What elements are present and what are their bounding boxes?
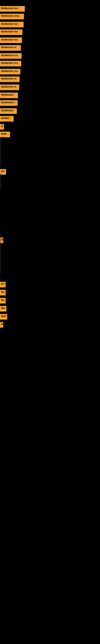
btn-16[interactable]: B [0,124,4,130]
btn-18[interactable]: Bo [0,169,6,175]
site-title [0,0,100,3]
btn-13[interactable]: Bottleneck r [0,100,18,106]
btn-9[interactable]: Bottleneck res [0,69,20,74]
btn-4[interactable]: Bottleneck res [0,30,22,35]
line-1 [0,137,1,165]
btn-14[interactable]: Bottleneck [0,108,17,114]
btn-8[interactable]: Bottleneck res [0,61,21,66]
btn-23[interactable]: Bot [0,306,6,312]
btn-1[interactable]: Bottleneck res [0,6,25,12]
btn-12[interactable]: Bottleneck [0,92,18,98]
btn-25[interactable]: B [0,322,3,328]
btn-11[interactable]: Bottleneck re [0,84,19,90]
btn-7[interactable]: Bottleneck res [0,53,22,59]
btn-22[interactable]: Bo [0,298,6,304]
btn-17[interactable]: Bottl [0,132,10,137]
btn-21[interactable]: Bo [0,290,6,296]
line-3 [0,234,1,274]
line-2 [0,173,1,189]
btn-15[interactable]: Bottlen [0,116,14,122]
btn-3[interactable]: Bottleneck res [0,22,24,27]
btn-20[interactable]: Bo [0,282,6,288]
btn-24[interactable]: Bott [0,314,7,320]
btn-5[interactable]: Bottleneck res [0,38,22,43]
btn-6[interactable]: Bottleneck re [0,45,21,51]
btn-10[interactable]: Bottleneck re [0,76,20,82]
btn-2[interactable]: Bottleneck resu [0,14,24,19]
